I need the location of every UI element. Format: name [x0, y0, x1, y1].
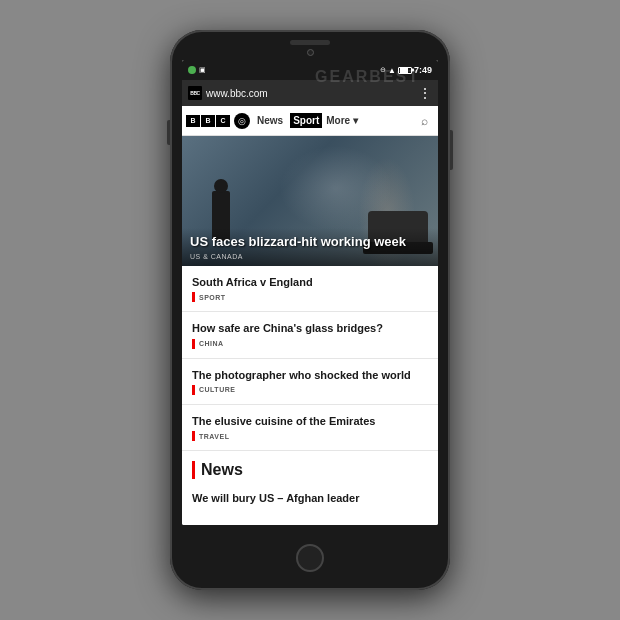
signal-icon — [188, 66, 196, 74]
mute-icon: ⊖ — [380, 66, 386, 74]
section-title: News — [201, 461, 243, 479]
category-label-1: SPORT — [199, 294, 226, 301]
bbc-logo: B B C — [186, 115, 230, 127]
nav-items: News Sport More ▾ — [254, 113, 414, 128]
category-bar-1 — [192, 292, 195, 302]
battery-icon — [398, 67, 412, 74]
news-item-3[interactable]: The photographer who shocked the world C… — [182, 359, 438, 405]
phone-camera — [307, 49, 314, 56]
category-label-2: CHINA — [199, 340, 224, 347]
bbc-favicon: BBC — [188, 86, 202, 100]
news-category-1: SPORT — [192, 292, 428, 302]
news-item-partial[interactable]: We will bury US – Afghan leader — [182, 484, 438, 512]
status-right-icons: ⊖ ▲ 7:49 — [380, 65, 432, 75]
news-title-partial: We will bury US – Afghan leader — [192, 492, 428, 504]
nav-item-sport[interactable]: Sport — [290, 113, 322, 128]
notification-icon: ▣ — [199, 66, 206, 74]
status-time: 7:49 — [414, 65, 432, 75]
home-button[interactable] — [296, 544, 324, 572]
phone-bottom — [296, 525, 324, 590]
phone-speaker — [290, 40, 330, 45]
bbc-logo-b: B — [186, 115, 200, 127]
news-title-3: The photographer who shocked the world — [192, 368, 428, 382]
browser-menu-button[interactable]: ⋮ — [418, 85, 432, 101]
bbc-logo-b2: B — [201, 115, 215, 127]
hero-category: US & CANADA — [190, 253, 430, 260]
news-title-1: South Africa v England — [192, 275, 428, 289]
news-title-4: The elusive cuisine of the Emirates — [192, 414, 428, 428]
news-section-header: News — [182, 451, 438, 484]
url-bar[interactable]: www.bbc.com — [206, 88, 414, 99]
news-title-2: How safe are China's glass bridges? — [192, 321, 428, 335]
category-bar-3 — [192, 385, 195, 395]
nav-item-more[interactable]: More ▾ — [326, 115, 358, 126]
wifi-icon: ▲ — [388, 66, 396, 75]
hero-image[interactable]: US faces blizzard-hit working week US & … — [182, 136, 438, 266]
category-label-3: CULTURE — [199, 386, 235, 393]
phone-shell: ▣ ⊖ ▲ 7:49 BBC www.bbc.com ⋮ B — [170, 30, 450, 590]
section-bar — [192, 461, 195, 479]
news-category-3: CULTURE — [192, 385, 428, 395]
hero-overlay: US faces blizzard-hit working week US & … — [182, 228, 438, 266]
news-category-4: TRAVEL — [192, 431, 428, 441]
news-category-2: CHINA — [192, 339, 428, 349]
nav-item-news[interactable]: News — [254, 113, 286, 128]
news-item-2[interactable]: How safe are China's glass bridges? CHIN… — [182, 312, 438, 358]
status-bar: ▣ ⊖ ▲ 7:49 — [182, 60, 438, 80]
category-label-4: TRAVEL — [199, 433, 229, 440]
bbc-logo-c: C — [216, 115, 230, 127]
category-bar-2 — [192, 339, 195, 349]
browser-bar: BBC www.bbc.com ⋮ — [182, 80, 438, 106]
bbc-globe-button[interactable]: ◎ — [234, 113, 250, 129]
bbc-navigation: B B C ◎ News Sport More ▾ ⌕ — [182, 106, 438, 136]
status-left-icons: ▣ — [188, 66, 380, 74]
screen: ▣ ⊖ ▲ 7:49 BBC www.bbc.com ⋮ B — [182, 60, 438, 525]
globe-icon: ◎ — [238, 116, 246, 126]
hero-title: US faces blizzard-hit working week — [190, 234, 430, 251]
news-item-1[interactable]: South Africa v England SPORT — [182, 266, 438, 312]
category-bar-4 — [192, 431, 195, 441]
nav-search-button[interactable]: ⌕ — [414, 111, 434, 131]
content-area[interactable]: US faces blizzard-hit working week US & … — [182, 136, 438, 525]
news-item-4[interactable]: The elusive cuisine of the Emirates TRAV… — [182, 405, 438, 451]
